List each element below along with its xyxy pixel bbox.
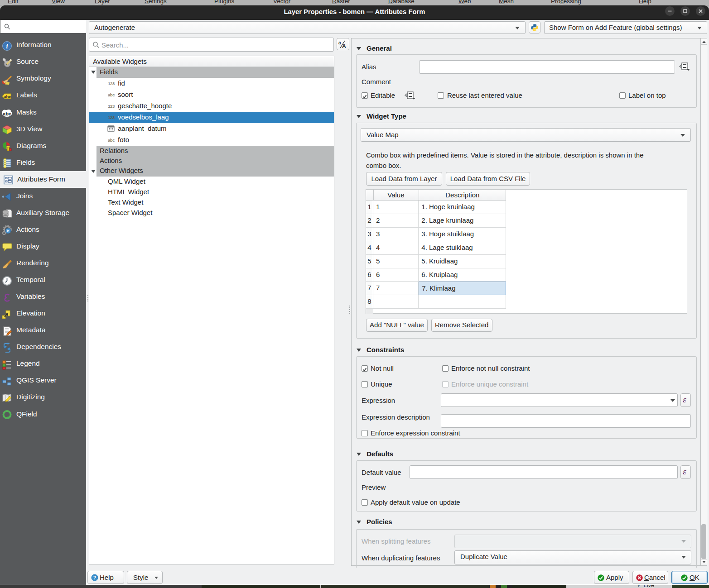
svg-text:abc: abc	[4, 94, 11, 99]
svg-text:?: ?	[93, 575, 96, 580]
svg-text:abc: abc	[3, 111, 11, 116]
svg-text:a: a	[338, 40, 341, 45]
svg-text:i: i	[6, 43, 8, 49]
